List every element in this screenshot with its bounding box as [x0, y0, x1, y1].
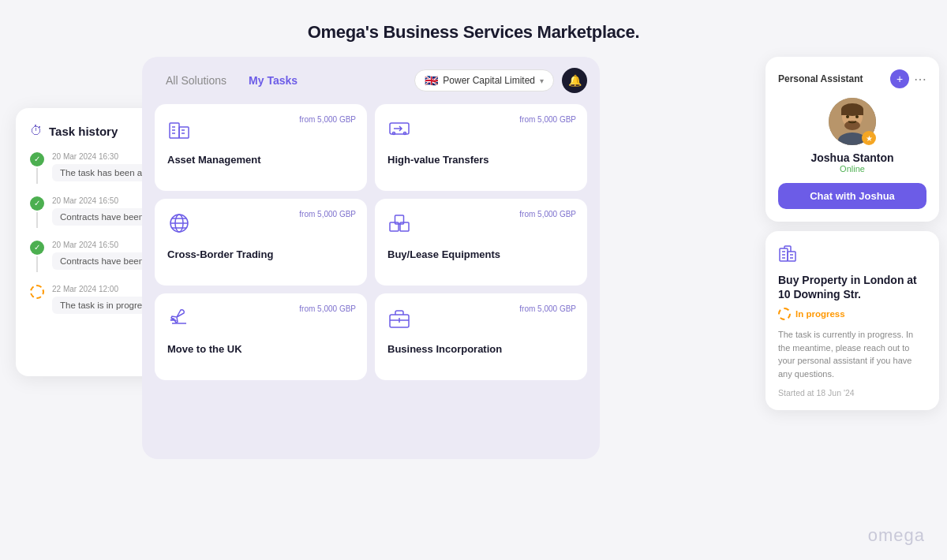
service-price: from 5,000 GBP	[299, 304, 356, 313]
property-building-icon	[778, 244, 926, 267]
property-title: Buy Property in London at 10 Downing Str…	[778, 273, 926, 301]
building-icon-svg	[778, 244, 797, 263]
service-name: Buy/Lease Equipments	[387, 248, 575, 262]
property-started-date: Started at 18 Jun '24	[778, 388, 926, 398]
service-price: from 5,000 GBP	[299, 115, 356, 124]
timeline-left: ✓	[30, 241, 44, 272]
property-status: In progress	[778, 308, 926, 320]
assistant-name: Joshua Stanton	[778, 151, 926, 164]
assistant-header: Personal Assistant + ⋯	[778, 69, 926, 88]
service-name: Business Incorporation	[387, 342, 575, 357]
in-progress-icon	[778, 308, 791, 320]
avatar-container: ★	[829, 98, 876, 145]
timeline-left: ✓	[30, 196, 44, 228]
page-title: Omega's Business Services Marketplace.	[0, 0, 947, 43]
star-badge: ★	[862, 131, 876, 145]
svg-point-3	[393, 133, 395, 135]
tab-my-tasks[interactable]: My Tasks	[238, 69, 309, 91]
timeline-line	[36, 212, 38, 228]
svg-rect-20	[788, 252, 795, 261]
service-name: Asset Management	[167, 153, 354, 167]
bell-icon: 🔔	[568, 74, 582, 87]
service-name: High-value Transfers	[387, 153, 575, 167]
timeline-line	[36, 168, 38, 184]
assistant-label: Personal Assistant	[778, 73, 863, 84]
right-panel: Personal Assistant + ⋯	[765, 57, 939, 410]
notification-button[interactable]: 🔔	[562, 68, 587, 93]
flag-icon: 🇬🇧	[425, 74, 438, 87]
check-icon: ✓	[34, 244, 40, 252]
timeline-left	[30, 285, 44, 299]
property-card: Buy Property in London at 10 Downing Str…	[765, 231, 939, 410]
timeline-dot: ✓	[30, 196, 44, 211]
more-icon[interactable]: ⋯	[914, 72, 926, 87]
service-card-high-value-transfers[interactable]: from 5,000 GBP High-value Transfers	[375, 104, 587, 191]
main-area: ⏱ Task history ✓ 20 Mar 2024 16:30 The t…	[118, 57, 829, 475]
timeline-left: ✓	[30, 152, 44, 184]
service-price: from 5,000 GBP	[299, 210, 356, 218]
chat-with-joshua-button[interactable]: Chat with Joshua	[778, 183, 926, 209]
task-history-title: Task history	[49, 125, 118, 138]
status-text: In progress	[795, 309, 845, 319]
service-name: Move to the UK	[167, 342, 354, 357]
service-card-business-incorporation[interactable]: from 5,000 GBP Business Incorporation	[375, 293, 587, 380]
timeline-dot: ✓	[30, 241, 44, 255]
timeline-line	[36, 256, 38, 272]
service-name: Cross-Border Trading	[167, 248, 354, 262]
service-price: from 5,000 GBP	[519, 210, 576, 218]
assistant-profile: ★ Joshua Stanton Online	[778, 98, 926, 174]
check-icon: ✓	[34, 155, 40, 163]
assistant-status: Online	[778, 164, 926, 174]
omega-watermark: omega	[868, 525, 925, 546]
check-icon: ✓	[34, 200, 40, 207]
svg-rect-1	[179, 127, 189, 138]
timeline-dot: ✓	[30, 152, 44, 166]
service-price: from 5,000 GBP	[519, 115, 576, 124]
service-card-asset-management[interactable]: from 5,000 GBP Asset Management	[155, 104, 367, 191]
company-selector[interactable]: 🇬🇧 Power Capital Limited ▾	[414, 69, 554, 91]
assistant-actions: + ⋯	[890, 69, 926, 88]
add-button[interactable]: +	[890, 69, 909, 88]
service-card-move-to-uk[interactable]: from 5,000 GBP Move to the UK	[155, 293, 367, 380]
service-card-cross-border-trading[interactable]: from 5,000 GBP Cross-Border Trading	[155, 199, 367, 286]
timeline-dot	[30, 285, 44, 299]
tab-all-solutions[interactable]: All Solutions	[155, 69, 238, 91]
marketplace-panel: All Solutions My Tasks 🇬🇧 Power Capital …	[142, 57, 600, 459]
clock-icon: ⏱	[30, 124, 43, 138]
services-grid: from 5,000 GBP Asset Management from 5,0…	[155, 104, 587, 380]
svg-point-4	[404, 133, 406, 135]
company-name: Power Capital Limited	[443, 75, 535, 86]
svg-point-18	[855, 115, 859, 118]
property-description: The task is currently in progress. In th…	[778, 328, 926, 380]
svg-point-17	[846, 115, 849, 118]
service-card-buy-lease-equipments[interactable]: from 5,000 GBP Buy/Lease Equipments	[375, 199, 587, 286]
assistant-card: Personal Assistant + ⋯	[765, 57, 939, 222]
marketplace-header: All Solutions My Tasks 🇬🇧 Power Capital …	[155, 68, 587, 93]
service-price: from 5,000 GBP	[519, 304, 576, 313]
chevron-down-icon: ▾	[540, 77, 544, 85]
svg-rect-14	[841, 109, 863, 115]
